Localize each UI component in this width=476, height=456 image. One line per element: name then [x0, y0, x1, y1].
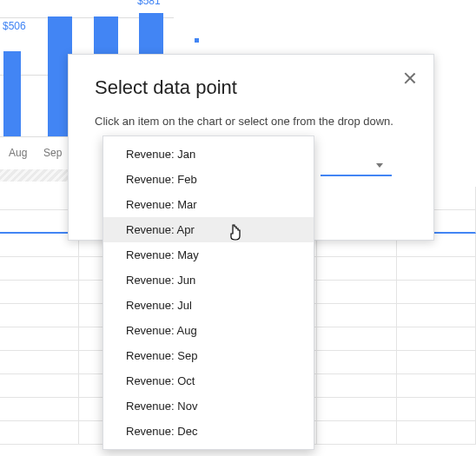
option-revenue-dec[interactable]: Revenue: Dec: [103, 419, 314, 444]
option-revenue-apr[interactable]: Revenue: Apr: [103, 217, 314, 242]
option-revenue-sep[interactable]: Revenue: Sep: [103, 343, 314, 368]
data-point-dropdown[interactable]: Revenue: Jan Revenue: Feb Revenue: Mar R…: [102, 135, 314, 450]
option-revenue-oct[interactable]: Revenue: Oct: [103, 368, 314, 393]
bar-label: $581: [137, 0, 161, 7]
bar-label: $506: [3, 20, 26, 32]
option-revenue-jan[interactable]: Revenue: Jan: [103, 142, 314, 167]
option-revenue-jul[interactable]: Revenue: Jul: [103, 293, 314, 318]
option-revenue-nov[interactable]: Revenue: Nov: [103, 393, 314, 419]
option-revenue-aug[interactable]: Revenue: Aug: [103, 318, 314, 343]
selected-point-field[interactable]: [321, 175, 392, 176]
dialog-description: Click an item on the chart or select one…: [95, 115, 407, 128]
selection-handle-icon[interactable]: [194, 37, 200, 43]
option-revenue-mar[interactable]: Revenue: Mar: [103, 192, 314, 217]
option-revenue-jun[interactable]: Revenue: Jun: [103, 268, 314, 293]
chevron-down-icon[interactable]: [376, 163, 383, 168]
x-axis-label: Aug: [9, 147, 27, 159]
option-revenue-feb[interactable]: Revenue: Feb: [103, 167, 314, 192]
dialog-title: Select data point: [95, 76, 407, 99]
close-icon[interactable]: [402, 70, 418, 86]
x-axis-label: Sep: [43, 147, 62, 159]
option-revenue-may[interactable]: Revenue: May: [103, 242, 314, 268]
